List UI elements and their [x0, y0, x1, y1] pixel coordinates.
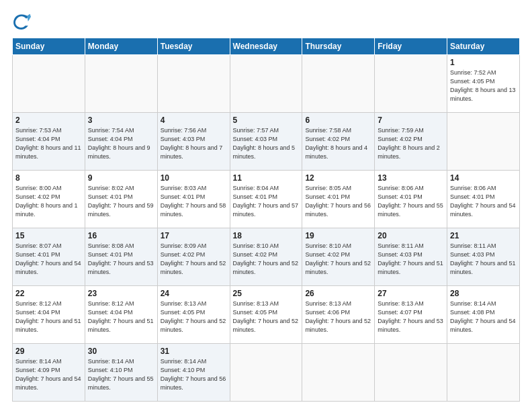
day-number: 11 [233, 173, 300, 183]
calendar-cell: 25Sunrise: 8:13 AMSunset: 4:05 PMDayligh… [230, 286, 302, 344]
calendar-cell: 24Sunrise: 8:13 AMSunset: 4:05 PMDayligh… [157, 286, 230, 344]
calendar-cell: 22Sunrise: 8:12 AMSunset: 4:04 PMDayligh… [13, 286, 85, 344]
calendar-cell [447, 344, 520, 402]
calendar-week-row: 8Sunrise: 8:00 AMSunset: 4:02 PMDaylight… [13, 171, 520, 228]
calendar-day-header: Tuesday [157, 38, 230, 55]
calendar-day-header: Monday [85, 38, 157, 55]
calendar-cell: 21Sunrise: 8:11 AMSunset: 4:03 PMDayligh… [447, 228, 520, 286]
calendar-cell: 30Sunrise: 8:14 AMSunset: 4:10 PMDayligh… [85, 344, 157, 402]
day-number: 7 [378, 116, 444, 125]
day-number: 13 [378, 173, 444, 183]
day-info: Sunrise: 8:14 AMSunset: 4:09 PMDaylight:… [15, 357, 82, 392]
calendar-cell: 20Sunrise: 8:11 AMSunset: 4:03 PMDayligh… [375, 228, 447, 286]
calendar-cell: 23Sunrise: 8:12 AMSunset: 4:04 PMDayligh… [85, 286, 157, 344]
day-number: 22 [15, 289, 82, 298]
day-info: Sunrise: 8:11 AMSunset: 4:03 PMDaylight:… [378, 242, 444, 277]
calendar-table: SundayMondayTuesdayWednesdayThursdayFrid… [12, 38, 520, 402]
calendar-cell: 19Sunrise: 8:10 AMSunset: 4:02 PMDayligh… [302, 228, 375, 286]
page-header [12, 12, 520, 31]
calendar-cell: 7Sunrise: 7:59 AMSunset: 4:02 PMDaylight… [375, 113, 447, 171]
calendar-cell: 8Sunrise: 8:00 AMSunset: 4:02 PMDaylight… [13, 171, 85, 228]
day-number: 25 [233, 289, 300, 298]
calendar-day-header: Thursday [302, 38, 375, 55]
day-info: Sunrise: 8:06 AMSunset: 4:01 PMDaylight:… [378, 184, 444, 219]
calendar-cell: 13Sunrise: 8:06 AMSunset: 4:01 PMDayligh… [375, 171, 447, 228]
day-info: Sunrise: 8:13 AMSunset: 4:06 PMDaylight:… [305, 300, 371, 334]
calendar-cell: 29Sunrise: 8:14 AMSunset: 4:09 PMDayligh… [13, 344, 85, 402]
day-number: 27 [378, 289, 444, 298]
logo [12, 12, 32, 31]
day-number: 12 [305, 173, 371, 183]
day-info: Sunrise: 8:05 AMSunset: 4:01 PMDaylight:… [305, 184, 371, 219]
calendar-cell [157, 55, 230, 113]
day-number: 20 [378, 231, 444, 240]
calendar-day-header: Wednesday [230, 38, 302, 55]
day-info: Sunrise: 8:07 AMSunset: 4:01 PMDaylight:… [15, 242, 82, 277]
calendar-cell [302, 344, 375, 402]
calendar-week-row: 2Sunrise: 7:53 AMSunset: 4:04 PMDaylight… [13, 113, 520, 171]
day-number: 15 [15, 231, 82, 240]
day-info: Sunrise: 8:13 AMSunset: 4:05 PMDaylight:… [161, 300, 227, 334]
day-info: Sunrise: 8:04 AMSunset: 4:01 PMDaylight:… [233, 184, 300, 219]
day-info: Sunrise: 7:54 AMSunset: 4:04 PMDaylight:… [88, 126, 154, 161]
calendar-cell: 15Sunrise: 8:07 AMSunset: 4:01 PMDayligh… [13, 228, 85, 286]
calendar-cell: 12Sunrise: 8:05 AMSunset: 4:01 PMDayligh… [302, 171, 375, 228]
calendar-cell: 28Sunrise: 8:14 AMSunset: 4:08 PMDayligh… [447, 286, 520, 344]
day-number: 5 [233, 116, 300, 125]
calendar-week-row: 15Sunrise: 8:07 AMSunset: 4:01 PMDayligh… [13, 228, 520, 286]
day-number: 18 [233, 231, 300, 240]
calendar-cell: 16Sunrise: 8:08 AMSunset: 4:01 PMDayligh… [85, 228, 157, 286]
day-number: 24 [161, 289, 227, 298]
day-info: Sunrise: 8:09 AMSunset: 4:02 PMDaylight:… [161, 242, 227, 277]
day-number: 6 [305, 116, 371, 125]
day-number: 4 [161, 116, 227, 125]
day-number: 31 [161, 347, 227, 356]
day-number: 1 [450, 58, 517, 67]
day-info: Sunrise: 8:00 AMSunset: 4:02 PMDaylight:… [15, 184, 82, 219]
calendar-day-header: Friday [375, 38, 447, 55]
day-number: 2 [15, 116, 82, 125]
day-info: Sunrise: 7:58 AMSunset: 4:02 PMDaylight:… [305, 126, 371, 161]
day-info: Sunrise: 7:56 AMSunset: 4:03 PMDaylight:… [161, 126, 227, 161]
day-info: Sunrise: 8:03 AMSunset: 4:01 PMDaylight:… [161, 184, 227, 219]
calendar-cell [447, 113, 520, 171]
day-info: Sunrise: 8:11 AMSunset: 4:03 PMDaylight:… [450, 242, 517, 277]
calendar-header-row: SundayMondayTuesdayWednesdayThursdayFrid… [13, 38, 520, 55]
calendar-cell: 14Sunrise: 8:06 AMSunset: 4:01 PMDayligh… [447, 171, 520, 228]
calendar-cell: 9Sunrise: 8:02 AMSunset: 4:01 PMDaylight… [85, 171, 157, 228]
day-number: 21 [450, 231, 517, 240]
calendar-cell: 27Sunrise: 8:13 AMSunset: 4:07 PMDayligh… [375, 286, 447, 344]
calendar-cell: 2Sunrise: 7:53 AMSunset: 4:04 PMDaylight… [13, 113, 85, 171]
logo-icon [12, 12, 31, 31]
day-number: 23 [88, 289, 154, 298]
day-number: 19 [305, 231, 371, 240]
day-number: 29 [15, 347, 82, 356]
calendar-day-header: Sunday [13, 38, 85, 55]
day-number: 30 [88, 347, 154, 356]
day-info: Sunrise: 8:14 AMSunset: 4:08 PMDaylight:… [450, 300, 517, 334]
calendar-cell: 1Sunrise: 7:52 AMSunset: 4:05 PMDaylight… [447, 55, 520, 113]
day-number: 14 [450, 173, 517, 183]
calendar-cell [230, 344, 302, 402]
calendar-cell: 17Sunrise: 8:09 AMSunset: 4:02 PMDayligh… [157, 228, 230, 286]
calendar-cell: 10Sunrise: 8:03 AMSunset: 4:01 PMDayligh… [157, 171, 230, 228]
day-info: Sunrise: 7:57 AMSunset: 4:03 PMDaylight:… [233, 126, 300, 161]
day-number: 17 [161, 231, 227, 240]
calendar-day-header: Saturday [447, 38, 520, 55]
day-info: Sunrise: 7:59 AMSunset: 4:02 PMDaylight:… [378, 126, 444, 161]
day-number: 3 [88, 116, 154, 125]
day-number: 16 [88, 231, 154, 240]
day-info: Sunrise: 7:53 AMSunset: 4:04 PMDaylight:… [15, 126, 82, 161]
calendar-cell: 5Sunrise: 7:57 AMSunset: 4:03 PMDaylight… [230, 113, 302, 171]
calendar-cell [85, 55, 157, 113]
day-info: Sunrise: 8:13 AMSunset: 4:05 PMDaylight:… [233, 300, 300, 334]
calendar-cell: 6Sunrise: 7:58 AMSunset: 4:02 PMDaylight… [302, 113, 375, 171]
day-info: Sunrise: 8:10 AMSunset: 4:02 PMDaylight:… [305, 242, 371, 277]
day-info: Sunrise: 8:12 AMSunset: 4:04 PMDaylight:… [15, 300, 82, 334]
day-info: Sunrise: 8:13 AMSunset: 4:07 PMDaylight:… [378, 300, 444, 334]
day-number: 10 [161, 173, 227, 183]
calendar-cell: 18Sunrise: 8:10 AMSunset: 4:02 PMDayligh… [230, 228, 302, 286]
day-info: Sunrise: 7:52 AMSunset: 4:05 PMDaylight:… [450, 68, 517, 103]
day-info: Sunrise: 8:10 AMSunset: 4:02 PMDaylight:… [233, 242, 300, 277]
day-info: Sunrise: 8:12 AMSunset: 4:04 PMDaylight:… [88, 300, 154, 334]
